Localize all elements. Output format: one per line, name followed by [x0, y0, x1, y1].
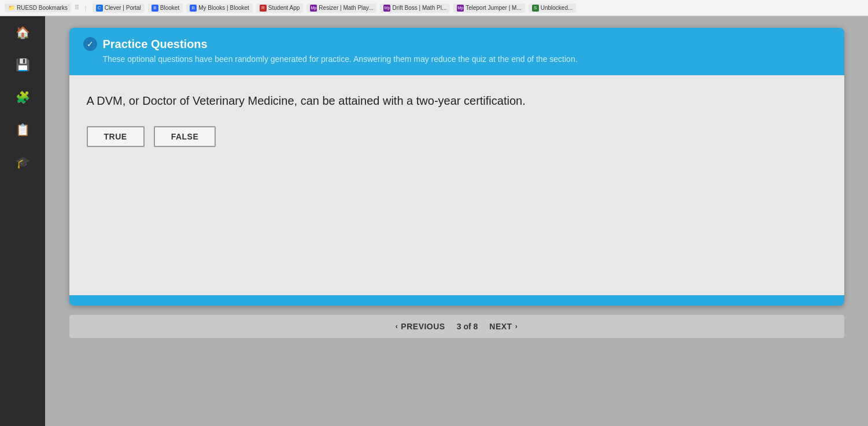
puzzle-icon[interactable]: 🧩 — [12, 87, 33, 108]
browser-tab-bar: 📁 RUESD Bookmarks ⠿ | C Clever | Portal … — [0, 0, 868, 16]
check-icon: ✓ — [83, 37, 97, 51]
sidebar: 🏠 💾 🧩 📋 🎓 — [0, 16, 45, 426]
tab-unblocked[interactable]: S Unblocked... — [529, 3, 577, 13]
tab-teleport[interactable]: Mp Teleport Jumper | M... — [453, 3, 525, 13]
question-area: A DVM, or Doctor of Veterinary Medicine,… — [69, 75, 844, 295]
tab-studentapp[interactable]: R Student App — [256, 3, 304, 13]
card-footer-bar — [69, 295, 844, 306]
graduate-icon[interactable]: 🎓 — [12, 152, 33, 172]
document-icon[interactable]: 📋 — [12, 119, 33, 140]
practice-card: ✓ Practice Questions These optional ques… — [69, 28, 844, 306]
card-title: Practice Questions — [103, 38, 208, 51]
question-text: A DVM, or Doctor of Veterinary Medicine,… — [87, 93, 827, 109]
card-subtitle: These optional questions have been rando… — [103, 54, 830, 64]
tab-clever[interactable]: C Clever | Portal — [93, 3, 145, 13]
next-chevron-icon: › — [515, 322, 518, 330]
next-button[interactable]: NEXT › — [489, 322, 518, 331]
tab-blooket[interactable]: B Blooket — [148, 3, 183, 13]
tab-ruesd[interactable]: 📁 RUESD Bookmarks — [5, 3, 71, 12]
previous-button[interactable]: ‹ PREVIOUS — [396, 322, 445, 331]
tab-driftboss[interactable]: Mp Drift Boss | Math Pl... — [380, 3, 450, 13]
false-button[interactable]: FALSE — [154, 126, 216, 147]
tab-resizer[interactable]: Mp Resizer | Math Play... — [306, 3, 376, 13]
home-icon[interactable]: 🏠 — [12, 22, 33, 43]
content-area: ✓ Practice Questions These optional ques… — [45, 16, 868, 426]
card-header: ✓ Practice Questions These optional ques… — [69, 28, 844, 75]
navigation-area: ‹ PREVIOUS 3 of 8 NEXT › — [69, 315, 844, 338]
true-button[interactable]: TRUE — [87, 126, 145, 147]
save-icon[interactable]: 💾 — [12, 54, 33, 75]
tab-myblooks[interactable]: B My Blooks | Blooket — [186, 3, 253, 13]
previous-chevron-icon: ‹ — [396, 322, 398, 330]
page-indicator: 3 of 8 — [457, 322, 478, 331]
answer-buttons: TRUE FALSE — [87, 126, 827, 147]
card-header-title: ✓ Practice Questions — [83, 37, 830, 51]
